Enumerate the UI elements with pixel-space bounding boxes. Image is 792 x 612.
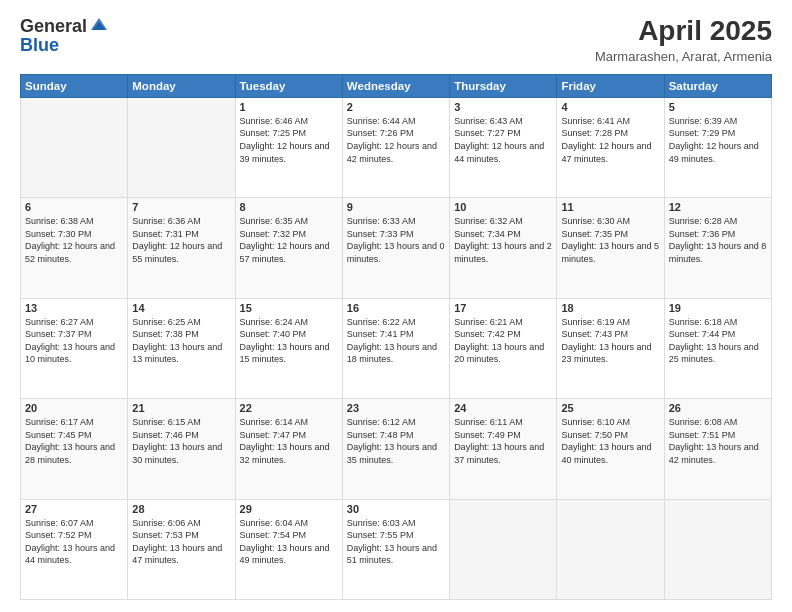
logo-blue-text: Blue: [20, 35, 59, 55]
day-info: Sunrise: 6:44 AM Sunset: 7:26 PM Dayligh…: [347, 115, 445, 165]
calendar-table: Sunday Monday Tuesday Wednesday Thursday…: [20, 74, 772, 600]
day-info: Sunrise: 6:38 AM Sunset: 7:30 PM Dayligh…: [25, 215, 123, 265]
logo-general-text: General: [20, 17, 87, 35]
day-number: 22: [240, 402, 338, 414]
day-info: Sunrise: 6:06 AM Sunset: 7:53 PM Dayligh…: [132, 517, 230, 567]
day-info: Sunrise: 6:19 AM Sunset: 7:43 PM Dayligh…: [561, 316, 659, 366]
day-number: 30: [347, 503, 445, 515]
day-info: Sunrise: 6:04 AM Sunset: 7:54 PM Dayligh…: [240, 517, 338, 567]
day-number: 15: [240, 302, 338, 314]
table-row: 13Sunrise: 6:27 AM Sunset: 7:37 PM Dayli…: [21, 298, 128, 398]
day-info: Sunrise: 6:33 AM Sunset: 7:33 PM Dayligh…: [347, 215, 445, 265]
day-info: Sunrise: 6:14 AM Sunset: 7:47 PM Dayligh…: [240, 416, 338, 466]
page-subtitle: Marmarashen, Ararat, Armenia: [595, 49, 772, 64]
day-number: 10: [454, 201, 552, 213]
col-tuesday: Tuesday: [235, 74, 342, 97]
col-sunday: Sunday: [21, 74, 128, 97]
table-row: 30Sunrise: 6:03 AM Sunset: 7:55 PM Dayli…: [342, 499, 449, 599]
table-row: 27Sunrise: 6:07 AM Sunset: 7:52 PM Dayli…: [21, 499, 128, 599]
day-number: 3: [454, 101, 552, 113]
day-info: Sunrise: 6:35 AM Sunset: 7:32 PM Dayligh…: [240, 215, 338, 265]
header: General Blue April 2025 Marmarashen, Ara…: [20, 16, 772, 64]
day-number: 4: [561, 101, 659, 113]
day-number: 8: [240, 201, 338, 213]
day-number: 17: [454, 302, 552, 314]
table-row: 16Sunrise: 6:22 AM Sunset: 7:41 PM Dayli…: [342, 298, 449, 398]
day-info: Sunrise: 6:17 AM Sunset: 7:45 PM Dayligh…: [25, 416, 123, 466]
day-info: Sunrise: 6:11 AM Sunset: 7:49 PM Dayligh…: [454, 416, 552, 466]
day-info: Sunrise: 6:28 AM Sunset: 7:36 PM Dayligh…: [669, 215, 767, 265]
day-number: 2: [347, 101, 445, 113]
day-number: 5: [669, 101, 767, 113]
calendar-week-5: 27Sunrise: 6:07 AM Sunset: 7:52 PM Dayli…: [21, 499, 772, 599]
page: General Blue April 2025 Marmarashen, Ara…: [0, 0, 792, 612]
table-row: 25Sunrise: 6:10 AM Sunset: 7:50 PM Dayli…: [557, 399, 664, 499]
table-row: 11Sunrise: 6:30 AM Sunset: 7:35 PM Dayli…: [557, 198, 664, 298]
table-row: 8Sunrise: 6:35 AM Sunset: 7:32 PM Daylig…: [235, 198, 342, 298]
day-info: Sunrise: 6:25 AM Sunset: 7:38 PM Dayligh…: [132, 316, 230, 366]
table-row: [128, 97, 235, 197]
table-row: 4Sunrise: 6:41 AM Sunset: 7:28 PM Daylig…: [557, 97, 664, 197]
day-info: Sunrise: 6:30 AM Sunset: 7:35 PM Dayligh…: [561, 215, 659, 265]
day-number: 23: [347, 402, 445, 414]
table-row: 15Sunrise: 6:24 AM Sunset: 7:40 PM Dayli…: [235, 298, 342, 398]
day-number: 26: [669, 402, 767, 414]
table-row: 17Sunrise: 6:21 AM Sunset: 7:42 PM Dayli…: [450, 298, 557, 398]
table-row: 5Sunrise: 6:39 AM Sunset: 7:29 PM Daylig…: [664, 97, 771, 197]
day-info: Sunrise: 6:21 AM Sunset: 7:42 PM Dayligh…: [454, 316, 552, 366]
day-number: 9: [347, 201, 445, 213]
day-number: 24: [454, 402, 552, 414]
day-number: 7: [132, 201, 230, 213]
table-row: 23Sunrise: 6:12 AM Sunset: 7:48 PM Dayli…: [342, 399, 449, 499]
table-row: 2Sunrise: 6:44 AM Sunset: 7:26 PM Daylig…: [342, 97, 449, 197]
day-info: Sunrise: 6:46 AM Sunset: 7:25 PM Dayligh…: [240, 115, 338, 165]
day-info: Sunrise: 6:39 AM Sunset: 7:29 PM Dayligh…: [669, 115, 767, 165]
table-row: 12Sunrise: 6:28 AM Sunset: 7:36 PM Dayli…: [664, 198, 771, 298]
calendar-week-1: 1Sunrise: 6:46 AM Sunset: 7:25 PM Daylig…: [21, 97, 772, 197]
day-number: 11: [561, 201, 659, 213]
table-row: 1Sunrise: 6:46 AM Sunset: 7:25 PM Daylig…: [235, 97, 342, 197]
day-number: 14: [132, 302, 230, 314]
table-row: 21Sunrise: 6:15 AM Sunset: 7:46 PM Dayli…: [128, 399, 235, 499]
table-row: [21, 97, 128, 197]
col-monday: Monday: [128, 74, 235, 97]
day-number: 18: [561, 302, 659, 314]
table-row: 10Sunrise: 6:32 AM Sunset: 7:34 PM Dayli…: [450, 198, 557, 298]
table-row: 18Sunrise: 6:19 AM Sunset: 7:43 PM Dayli…: [557, 298, 664, 398]
table-row: 9Sunrise: 6:33 AM Sunset: 7:33 PM Daylig…: [342, 198, 449, 298]
day-number: 16: [347, 302, 445, 314]
day-info: Sunrise: 6:03 AM Sunset: 7:55 PM Dayligh…: [347, 517, 445, 567]
day-info: Sunrise: 6:07 AM Sunset: 7:52 PM Dayligh…: [25, 517, 123, 567]
logo-icon: [89, 16, 109, 36]
table-row: [557, 499, 664, 599]
table-row: 7Sunrise: 6:36 AM Sunset: 7:31 PM Daylig…: [128, 198, 235, 298]
day-info: Sunrise: 6:32 AM Sunset: 7:34 PM Dayligh…: [454, 215, 552, 265]
day-number: 21: [132, 402, 230, 414]
col-wednesday: Wednesday: [342, 74, 449, 97]
table-row: [664, 499, 771, 599]
day-number: 13: [25, 302, 123, 314]
day-info: Sunrise: 6:10 AM Sunset: 7:50 PM Dayligh…: [561, 416, 659, 466]
table-row: 6Sunrise: 6:38 AM Sunset: 7:30 PM Daylig…: [21, 198, 128, 298]
day-number: 28: [132, 503, 230, 515]
calendar-week-2: 6Sunrise: 6:38 AM Sunset: 7:30 PM Daylig…: [21, 198, 772, 298]
day-info: Sunrise: 6:43 AM Sunset: 7:27 PM Dayligh…: [454, 115, 552, 165]
day-info: Sunrise: 6:22 AM Sunset: 7:41 PM Dayligh…: [347, 316, 445, 366]
day-number: 25: [561, 402, 659, 414]
day-info: Sunrise: 6:12 AM Sunset: 7:48 PM Dayligh…: [347, 416, 445, 466]
table-row: 26Sunrise: 6:08 AM Sunset: 7:51 PM Dayli…: [664, 399, 771, 499]
col-friday: Friday: [557, 74, 664, 97]
page-title: April 2025: [595, 16, 772, 47]
day-number: 27: [25, 503, 123, 515]
day-info: Sunrise: 6:15 AM Sunset: 7:46 PM Dayligh…: [132, 416, 230, 466]
table-row: 22Sunrise: 6:14 AM Sunset: 7:47 PM Dayli…: [235, 399, 342, 499]
calendar-week-4: 20Sunrise: 6:17 AM Sunset: 7:45 PM Dayli…: [21, 399, 772, 499]
day-info: Sunrise: 6:41 AM Sunset: 7:28 PM Dayligh…: [561, 115, 659, 165]
calendar-week-3: 13Sunrise: 6:27 AM Sunset: 7:37 PM Dayli…: [21, 298, 772, 398]
table-row: 20Sunrise: 6:17 AM Sunset: 7:45 PM Dayli…: [21, 399, 128, 499]
table-row: 3Sunrise: 6:43 AM Sunset: 7:27 PM Daylig…: [450, 97, 557, 197]
table-row: 19Sunrise: 6:18 AM Sunset: 7:44 PM Dayli…: [664, 298, 771, 398]
table-row: 24Sunrise: 6:11 AM Sunset: 7:49 PM Dayli…: [450, 399, 557, 499]
title-block: April 2025 Marmarashen, Ararat, Armenia: [595, 16, 772, 64]
day-number: 12: [669, 201, 767, 213]
